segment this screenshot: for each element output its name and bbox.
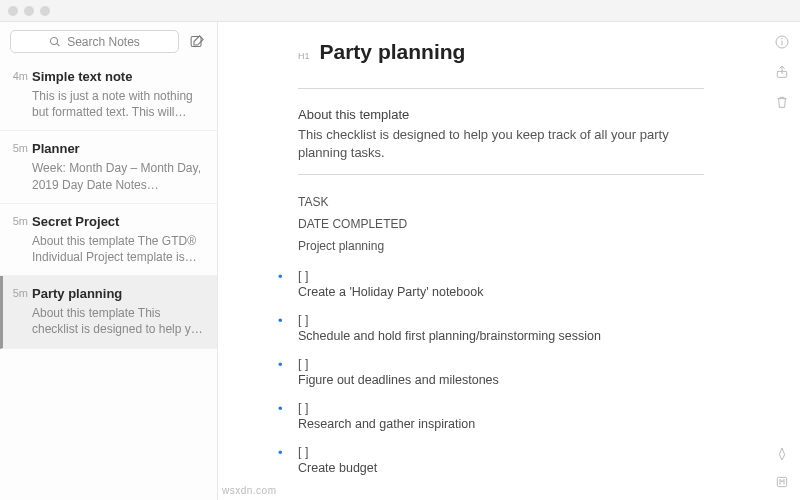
h1-tag: H1 xyxy=(298,51,310,61)
traffic-zoom[interactable] xyxy=(40,6,50,16)
task-label: Create a 'Holiday Party' notebook xyxy=(298,285,704,299)
search-row: Search Notes xyxy=(0,22,217,59)
note-preview: About this template This checklist is de… xyxy=(32,305,203,337)
divider xyxy=(298,88,704,89)
note-item[interactable]: 5m Planner Week: Month Day – Month Day, … xyxy=(0,131,217,203)
checkbox-icon[interactable]: [ ] xyxy=(298,445,308,459)
pen-icon[interactable] xyxy=(774,446,790,462)
task-label: Figure out deadlines and milestones xyxy=(298,373,704,387)
task-item[interactable]: [ ] Research and gather inspiration xyxy=(298,401,704,431)
trash-icon[interactable] xyxy=(774,94,790,110)
note-preview: About this template The GTD® Individual … xyxy=(32,233,203,265)
app-body: Search Notes 4m Simple text note This is… xyxy=(0,22,800,500)
format-icon[interactable] xyxy=(774,474,790,490)
search-icon xyxy=(49,36,61,48)
checkbox-icon[interactable]: [ ] xyxy=(298,269,308,283)
note-time: 4m xyxy=(6,69,32,120)
task-item[interactable]: [ ] Create a 'Holiday Party' notebook xyxy=(298,269,704,299)
note-preview: Week: Month Day – Month Day, 2019 Day Da… xyxy=(32,160,203,192)
task-header: DATE COMPLETED xyxy=(298,215,704,233)
note-body: Secret Project About this template The G… xyxy=(32,214,203,265)
page-title: Party planning xyxy=(320,40,466,64)
task-block: [ ] Create a 'Holiday Party' notebook [ … xyxy=(298,269,704,475)
task-header: TASK xyxy=(298,193,704,211)
right-rail-bottom xyxy=(774,446,790,490)
checkbox-icon[interactable]: [ ] xyxy=(298,357,308,371)
task-item[interactable]: [ ] Create budget xyxy=(298,445,704,475)
divider xyxy=(298,174,704,175)
note-time: 5m xyxy=(6,214,32,265)
note-title: Secret Project xyxy=(32,214,203,229)
note-time: 5m xyxy=(6,141,32,192)
search-input[interactable]: Search Notes xyxy=(10,30,179,53)
search-placeholder: Search Notes xyxy=(67,35,140,49)
section-title: About this template xyxy=(298,107,704,122)
note-item[interactable]: 5m Secret Project About this template Th… xyxy=(0,204,217,276)
task-label: Research and gather inspiration xyxy=(298,417,704,431)
note-time: 5m xyxy=(6,286,32,337)
task-label: Create budget xyxy=(298,461,704,475)
svg-point-3 xyxy=(782,38,783,39)
task-item[interactable]: [ ] Figure out deadlines and milestones xyxy=(298,357,704,387)
note-item-selected[interactable]: 5m Party planning About this template Th… xyxy=(0,276,217,348)
sidebar: Search Notes 4m Simple text note This is… xyxy=(0,22,218,500)
watermark: wsxdn.com xyxy=(222,485,277,496)
note-body: Simple text note This is just a note wit… xyxy=(32,69,203,120)
traffic-minimize[interactable] xyxy=(24,6,34,16)
note-body: Planner Week: Month Day – Month Day, 201… xyxy=(32,141,203,192)
task-label: Schedule and hold first planning/brainst… xyxy=(298,329,704,343)
note-title: Planner xyxy=(32,141,203,156)
checkbox-icon[interactable]: [ ] xyxy=(298,313,308,327)
share-icon[interactable] xyxy=(774,64,790,80)
section-desc: This checklist is designed to help you k… xyxy=(298,126,698,162)
traffic-close[interactable] xyxy=(8,6,18,16)
checkbox-icon[interactable]: [ ] xyxy=(298,401,308,415)
info-icon[interactable] xyxy=(774,34,790,50)
right-rail xyxy=(764,22,800,500)
main: H1 Party planning About this template Th… xyxy=(218,22,800,500)
window-titlebar xyxy=(0,0,800,22)
editor[interactable]: H1 Party planning About this template Th… xyxy=(218,22,764,500)
note-title: Simple text note xyxy=(32,69,203,84)
note-list: 4m Simple text note This is just a note … xyxy=(0,59,217,500)
note-preview: This is just a note with nothing but for… xyxy=(32,88,203,120)
compose-button[interactable] xyxy=(187,32,207,52)
compose-icon xyxy=(189,33,206,50)
note-item[interactable]: 4m Simple text note This is just a note … xyxy=(0,59,217,131)
note-title: Party planning xyxy=(32,286,203,301)
task-header: Project planning xyxy=(298,237,704,255)
task-item[interactable]: [ ] Schedule and hold first planning/bra… xyxy=(298,313,704,343)
note-body: Party planning About this template This … xyxy=(32,286,203,337)
heading-row: H1 Party planning xyxy=(298,40,704,64)
